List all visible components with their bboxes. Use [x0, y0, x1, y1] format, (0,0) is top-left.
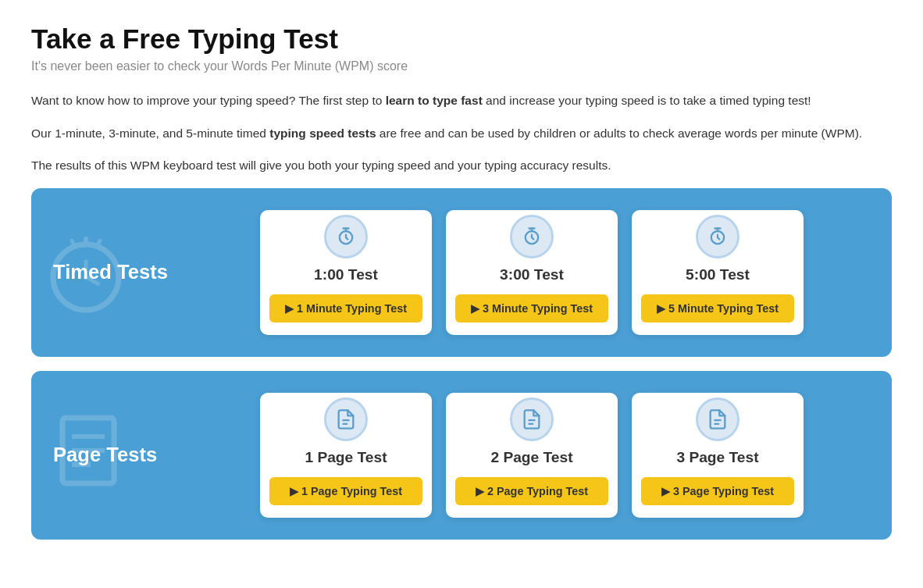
page-section-label: Page Tests: [53, 444, 170, 466]
timed-card-1-title: 1:00 Test: [314, 266, 378, 283]
page-card-1-title: 1 Page Test: [305, 449, 387, 466]
body-p2-bold: typing speed tests: [269, 127, 376, 140]
timed-section-label: Timed Tests: [53, 261, 170, 283]
timed-card-2: 3:00 Test ▶ 3 Minute Typing Test: [446, 210, 618, 335]
timed-cards-row: 1:00 Test ▶ 1 Minute Typing Test 3:00 Te…: [194, 210, 870, 335]
page-tests-section: Page Tests 1 Page Test ▶ 1 Page Typing T…: [31, 371, 892, 540]
page-card-2-icon: [510, 397, 554, 441]
body-p1-bold: learn to type fast: [386, 94, 483, 107]
page-card-1-icon: [324, 397, 368, 441]
body-paragraph-1: Want to know how to improve your typing …: [31, 91, 892, 111]
timed-card-3-title: 5:00 Test: [686, 266, 750, 283]
page-card-2: 2 Page Test ▶ 2 Page Typing Test: [446, 393, 618, 518]
page-card-2-title: 2 Page Test: [490, 449, 572, 466]
timed-card-1-button[interactable]: ▶ 1 Minute Typing Test: [269, 294, 422, 323]
svg-line-2: [72, 241, 75, 246]
page-title: Take a Free Typing Test: [31, 23, 892, 55]
timed-card-1: 1:00 Test ▶ 1 Minute Typing Test: [260, 210, 432, 335]
body-paragraph-2: Our 1-minute, 3-minute, and 5-minute tim…: [31, 123, 892, 144]
body-paragraph-3: The results of this WPM keyboard test wi…: [31, 155, 892, 176]
body-p1-suffix: and increase your typing speed is to tak…: [483, 94, 811, 107]
page-subtitle: It's never been easier to check your Wor…: [31, 59, 892, 73]
timed-card-1-icon: [324, 215, 368, 258]
timed-card-2-icon: [510, 215, 554, 258]
timed-tests-section: Timed Tests 1:00 Test ▶ 1 Minute Typing …: [31, 188, 892, 357]
page-card-3-button[interactable]: ▶ 3 Page Typing Test: [641, 477, 794, 505]
timed-card-3-icon: [696, 215, 739, 258]
timed-card-2-button[interactable]: ▶ 3 Minute Typing Test: [455, 294, 608, 323]
page-card-1: 1 Page Test ▶ 1 Page Typing Test: [260, 393, 432, 518]
page-card-2-button[interactable]: ▶ 2 Page Typing Test: [455, 477, 608, 505]
timed-card-3-button[interactable]: ▶ 5 Minute Typing Test: [641, 294, 794, 323]
page-card-3: 3 Page Test ▶ 3 Page Typing Test: [632, 393, 804, 518]
timed-card-3: 5:00 Test ▶ 5 Minute Typing Test: [632, 210, 804, 335]
body-p2-prefix: Our 1-minute, 3-minute, and 5-minute tim…: [31, 127, 269, 140]
body-p2-suffix: are free and can be used by children or …: [376, 127, 863, 140]
body-p1-prefix: Want to know how to improve your typing …: [31, 94, 386, 107]
svg-line-3: [97, 241, 100, 246]
page-card-3-title: 3 Page Test: [676, 449, 758, 466]
page-cards-row: 1 Page Test ▶ 1 Page Typing Test 2 Page …: [194, 393, 870, 518]
page-card-1-button[interactable]: ▶ 1 Page Typing Test: [269, 477, 422, 505]
page-card-3-icon: [696, 397, 739, 441]
timed-card-2-title: 3:00 Test: [500, 266, 564, 283]
